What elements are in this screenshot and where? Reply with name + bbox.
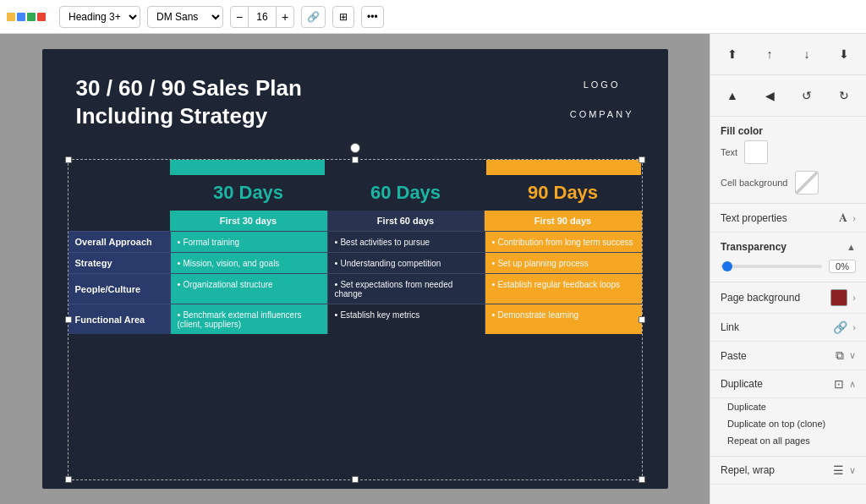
font-size-input[interactable] [249,6,276,28]
transparency-section: Transparency ▲ 0% [710,233,866,282]
repel-wrap-right: ☰ ∨ [833,463,856,477]
duplicate-sub1[interactable]: Duplicate [727,398,856,415]
paste-chevron: ∨ [849,350,856,361]
day-30-header: 30 Days [170,178,327,207]
handle-rm[interactable] [639,316,645,323]
row-cell-1-1: Mission, vision, and goals [170,252,327,273]
transparency-collapse[interactable]: ▲ [847,242,856,252]
repel-wrap-row[interactable]: Repel, wrap ☰ ∨ [710,457,866,485]
handle-bl[interactable] [65,476,72,483]
transparency-slider-track[interactable] [721,265,822,268]
transparency-label: Transparency [721,241,787,253]
align-up-icon[interactable]: ↑ [756,41,783,68]
slide-title: 30 / 60 / 90 Sales PlanIncluding Strateg… [76,74,302,129]
handle-br[interactable] [639,476,645,483]
canvas[interactable]: 30 / 60 / 90 Sales PlanIncluding Strateg… [0,34,710,504]
sub-hdr-60: First 60 days [327,211,485,231]
rotate-handle[interactable] [350,143,360,153]
cell-bg-label: Cell background [721,178,788,188]
transparency-value: 0% [829,260,856,273]
slide-header: 30 / 60 / 90 Sales PlanIncluding Strateg… [42,49,668,129]
page-bg-row[interactable]: Page background › [710,282,866,314]
link-right: 🔗 › [833,320,856,334]
font-size-increase[interactable]: + [276,6,294,28]
handle-lm[interactable] [65,316,72,323]
repel-icon: ☰ [833,463,844,477]
text-color-swatch[interactable] [744,140,768,164]
cell-bg-swatch[interactable] [795,171,819,194]
table-container[interactable]: 30 Days 60 Days 90 Days First 30 days Fi… [68,159,643,480]
more-button[interactable]: ••• [361,6,384,28]
duplicate-row[interactable]: Duplicate ⊡ ∧ [710,370,866,398]
row-cell-0-1: Formal training [170,231,327,252]
shape-icons-row: ▲ ◀ ↺ ↻ [710,75,866,117]
text-color-row: Text [721,140,856,164]
duplicate-right: ⊡ ∧ [834,377,856,391]
sidebar: ⬆ ↑ ↓ ⬇ ▲ ◀ ↺ ↻ Fill color Text Cell bac… [710,34,866,504]
row-cell-3-2: Establish key metrics [327,304,485,334]
triangle-icon[interactable]: ▲ [719,82,746,109]
page-bg-right: › [830,289,856,306]
handle-tm[interactable] [352,156,359,163]
app-logo [7,13,46,21]
bar-yellow [486,160,641,175]
sub-hdr-30: First 30 days [170,211,327,231]
link-chevron: › [852,322,856,332]
heading-select[interactable]: Heading 3+ [59,6,140,28]
duplicate-chevron: ∧ [849,379,856,390]
transparency-slider-thumb[interactable] [722,261,732,271]
text-props-label: Text properties [721,212,787,224]
day-90-header: 90 Days [485,178,642,207]
fill-color-label: Fill color [721,125,856,137]
row-cell-1-3: Set up planning process [485,252,642,273]
row-label-3: Functional Area [69,304,170,334]
row-cell-2-3: Establish regular feedback loops [485,273,642,304]
align-top-icon[interactable]: ⬆ [719,41,746,68]
text-properties-row[interactable]: Text properties 𝐀 › [710,204,866,233]
back-icon[interactable]: ◀ [756,82,783,109]
duplicate-label: Duplicate [721,378,763,390]
handle-tr[interactable] [639,156,645,163]
redo-icon[interactable]: ↻ [830,82,858,109]
cell-bg-row: Cell background [721,171,856,194]
slide-logo: LOGO COMPANY [570,79,634,120]
row-label-1: Strategy [69,252,170,273]
row-label-0: Overall Approach [69,231,170,252]
font-size-decrease[interactable]: − [230,6,249,28]
duplicate-sub2[interactable]: Duplicate on top (clone) [727,415,856,432]
handle-bm[interactable] [352,476,359,483]
paste-row[interactable]: Paste ⧉ ∨ [710,342,866,370]
row-cell-3-1: Benchmark external influencers (client, … [170,304,327,334]
transparency-header: Transparency ▲ [721,241,856,253]
text-props-chevron: › [852,213,856,223]
link-row[interactable]: Link 🔗 › [710,314,866,342]
text-label: Text [721,147,737,157]
toolbar: Heading 3+ DM Sans − + 🔗 ⊞ ••• [0,0,866,34]
link-button[interactable]: 🔗 [301,6,326,28]
color-bars [170,160,642,175]
row-cell-3-3: Demonstrate learning [485,304,642,334]
font-icon: 𝐀 [839,211,847,225]
alignment-icons-row: ⬆ ↑ ↓ ⬇ [710,34,866,75]
plan-table: First 30 days First 60 days First 90 day… [69,211,642,334]
insert-button[interactable]: ⊞ [332,6,354,28]
repel-chevron: ∨ [849,465,856,476]
undo-icon[interactable]: ↺ [793,82,820,109]
handle-tl[interactable] [65,156,72,163]
page-bg-chevron: › [852,293,856,303]
text-props-right: 𝐀 › [839,211,856,225]
slide: 30 / 60 / 90 Sales PlanIncluding Strateg… [42,49,668,489]
day-headers: 30 Days 60 Days 90 Days [170,178,642,207]
link-label: Link [721,321,739,333]
align-down-icon[interactable]: ↓ [793,41,820,68]
row-cell-0-2: Best activities to pursue [327,231,485,252]
align-bottom-icon[interactable]: ⬇ [830,41,858,68]
day-60-header: 60 Days [327,178,485,207]
repel-wrap-label: Repel, wrap [721,464,775,476]
duplicate-sub3[interactable]: Repeat on all pages [727,432,856,449]
transparency-slider-row: 0% [721,260,856,273]
bar-teal [170,160,325,175]
page-bg-label: Page background [721,292,800,304]
font-select[interactable]: DM Sans [147,6,223,28]
main-area: 30 / 60 / 90 Sales PlanIncluding Strateg… [0,34,866,504]
